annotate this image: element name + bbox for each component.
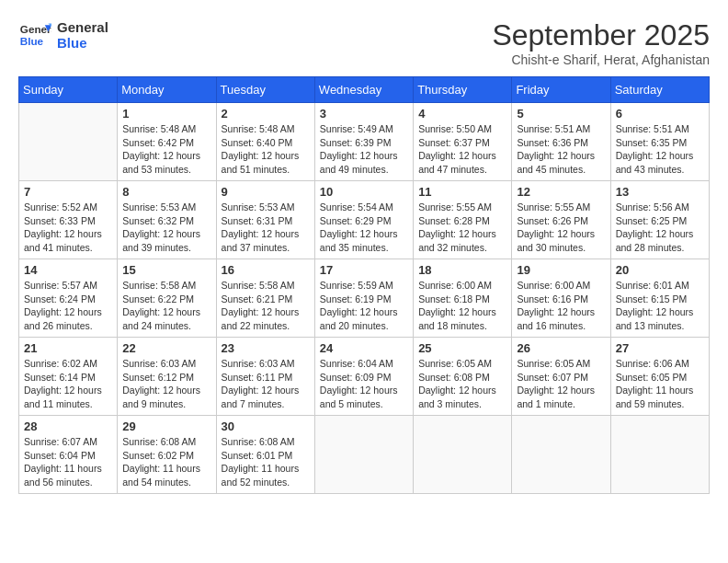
day-number: 28 bbox=[24, 419, 112, 433]
day-number: 5 bbox=[517, 107, 605, 121]
header-wednesday: Wednesday bbox=[314, 77, 413, 103]
day-info: Sunrise: 6:04 AMSunset: 6:09 PMDaylight:… bbox=[320, 357, 408, 411]
header-saturday: Saturday bbox=[610, 77, 709, 103]
day-number: 24 bbox=[320, 341, 408, 355]
day-number: 16 bbox=[222, 263, 310, 277]
day-number: 27 bbox=[616, 341, 704, 355]
day-info: Sunrise: 6:08 AMSunset: 6:02 PMDaylight:… bbox=[122, 435, 210, 489]
calendar-cell: 16Sunrise: 5:58 AMSunset: 6:21 PMDayligh… bbox=[216, 259, 314, 338]
calendar-cell: 29Sunrise: 6:08 AMSunset: 6:02 PMDayligh… bbox=[118, 416, 216, 494]
day-number: 3 bbox=[320, 107, 408, 121]
logo-line1: General bbox=[57, 19, 108, 35]
calendar-cell: 9Sunrise: 5:53 AMSunset: 6:31 PMDaylight… bbox=[216, 181, 314, 259]
logo-line2: Blue bbox=[57, 35, 108, 51]
calendar-cell: 6Sunrise: 5:51 AMSunset: 6:35 PMDaylight… bbox=[610, 103, 709, 181]
day-number: 13 bbox=[616, 185, 704, 199]
month-title: September 2025 bbox=[492, 18, 710, 52]
calendar-cell: 7Sunrise: 5:52 AMSunset: 6:33 PMDaylight… bbox=[19, 181, 118, 259]
calendar-cell: 11Sunrise: 5:55 AMSunset: 6:28 PMDayligh… bbox=[414, 181, 512, 259]
day-info: Sunrise: 5:55 AMSunset: 6:28 PMDaylight:… bbox=[418, 201, 506, 255]
day-info: Sunrise: 6:05 AMSunset: 6:08 PMDaylight:… bbox=[418, 357, 506, 411]
calendar-row: 21Sunrise: 6:02 AMSunset: 6:14 PMDayligh… bbox=[19, 338, 710, 416]
calendar-cell: 8Sunrise: 5:53 AMSunset: 6:32 PMDaylight… bbox=[118, 181, 216, 259]
calendar-cell: 12Sunrise: 5:55 AMSunset: 6:26 PMDayligh… bbox=[512, 181, 610, 259]
day-number: 8 bbox=[122, 185, 210, 199]
calendar-cell: 5Sunrise: 5:51 AMSunset: 6:36 PMDaylight… bbox=[512, 103, 610, 181]
day-number: 2 bbox=[222, 107, 310, 121]
calendar-row: 14Sunrise: 5:57 AMSunset: 6:24 PMDayligh… bbox=[19, 259, 710, 338]
day-number: 30 bbox=[222, 419, 310, 433]
day-info: Sunrise: 6:03 AMSunset: 6:12 PMDaylight:… bbox=[122, 357, 210, 411]
day-info: Sunrise: 5:57 AMSunset: 6:24 PMDaylight:… bbox=[24, 279, 112, 333]
header-friday: Friday bbox=[512, 77, 610, 103]
day-info: Sunrise: 5:53 AMSunset: 6:31 PMDaylight:… bbox=[222, 201, 310, 255]
calendar-cell bbox=[314, 416, 413, 494]
calendar-cell bbox=[19, 103, 118, 181]
day-number: 18 bbox=[418, 263, 506, 277]
day-info: Sunrise: 6:01 AMSunset: 6:15 PMDaylight:… bbox=[616, 279, 704, 333]
calendar-cell: 27Sunrise: 6:06 AMSunset: 6:05 PMDayligh… bbox=[610, 338, 709, 416]
calendar-cell: 1Sunrise: 5:48 AMSunset: 6:42 PMDaylight… bbox=[118, 103, 216, 181]
day-info: Sunrise: 6:06 AMSunset: 6:05 PMDaylight:… bbox=[616, 357, 704, 411]
day-number: 12 bbox=[517, 185, 605, 199]
calendar-cell: 14Sunrise: 5:57 AMSunset: 6:24 PMDayligh… bbox=[19, 259, 118, 338]
day-number: 1 bbox=[122, 107, 210, 121]
logo-icon: General Blue bbox=[18, 18, 51, 52]
calendar-row: 7Sunrise: 5:52 AMSunset: 6:33 PMDaylight… bbox=[19, 181, 710, 259]
calendar-cell: 18Sunrise: 6:00 AMSunset: 6:18 PMDayligh… bbox=[414, 259, 512, 338]
day-number: 21 bbox=[24, 341, 112, 355]
day-number: 10 bbox=[320, 185, 408, 199]
day-number: 20 bbox=[616, 263, 704, 277]
day-info: Sunrise: 5:54 AMSunset: 6:29 PMDaylight:… bbox=[320, 201, 408, 255]
calendar-cell: 21Sunrise: 6:02 AMSunset: 6:14 PMDayligh… bbox=[19, 338, 118, 416]
calendar-cell: 3Sunrise: 5:49 AMSunset: 6:39 PMDaylight… bbox=[314, 103, 413, 181]
calendar-cell bbox=[512, 416, 610, 494]
day-number: 22 bbox=[122, 341, 210, 355]
day-info: Sunrise: 5:51 AMSunset: 6:35 PMDaylight:… bbox=[616, 122, 704, 177]
day-info: Sunrise: 5:58 AMSunset: 6:22 PMDaylight:… bbox=[122, 279, 210, 333]
day-info: Sunrise: 6:02 AMSunset: 6:14 PMDaylight:… bbox=[24, 357, 112, 411]
calendar-cell bbox=[414, 416, 512, 494]
calendar-cell: 28Sunrise: 6:07 AMSunset: 6:04 PMDayligh… bbox=[19, 416, 118, 494]
title-section: September 2025 Chisht-e Sharif, Herat, A… bbox=[492, 18, 710, 67]
calendar-cell: 2Sunrise: 5:48 AMSunset: 6:40 PMDaylight… bbox=[216, 103, 314, 181]
calendar-row: 28Sunrise: 6:07 AMSunset: 6:04 PMDayligh… bbox=[19, 416, 710, 494]
calendar-cell: 13Sunrise: 5:56 AMSunset: 6:25 PMDayligh… bbox=[610, 181, 709, 259]
calendar-cell: 15Sunrise: 5:58 AMSunset: 6:22 PMDayligh… bbox=[118, 259, 216, 338]
page-header: General Blue General Blue September 2025… bbox=[18, 18, 710, 67]
header-tuesday: Tuesday bbox=[216, 77, 314, 103]
day-number: 9 bbox=[222, 185, 310, 199]
day-info: Sunrise: 6:08 AMSunset: 6:01 PMDaylight:… bbox=[222, 435, 310, 489]
day-info: Sunrise: 6:00 AMSunset: 6:18 PMDaylight:… bbox=[418, 279, 506, 333]
calendar-cell: 22Sunrise: 6:03 AMSunset: 6:12 PMDayligh… bbox=[118, 338, 216, 416]
day-info: Sunrise: 6:05 AMSunset: 6:07 PMDaylight:… bbox=[517, 357, 605, 411]
day-info: Sunrise: 5:58 AMSunset: 6:21 PMDaylight:… bbox=[222, 279, 310, 333]
header-monday: Monday bbox=[118, 77, 216, 103]
day-info: Sunrise: 5:56 AMSunset: 6:25 PMDaylight:… bbox=[616, 201, 704, 255]
location-subtitle: Chisht-e Sharif, Herat, Afghanistan bbox=[492, 52, 710, 67]
day-number: 23 bbox=[222, 341, 310, 355]
day-info: Sunrise: 5:59 AMSunset: 6:19 PMDaylight:… bbox=[320, 279, 408, 333]
calendar-cell: 25Sunrise: 6:05 AMSunset: 6:08 PMDayligh… bbox=[414, 338, 512, 416]
calendar-row: 1Sunrise: 5:48 AMSunset: 6:42 PMDaylight… bbox=[19, 103, 710, 181]
logo: General Blue General Blue bbox=[18, 18, 108, 52]
day-number: 11 bbox=[418, 185, 506, 199]
calendar-cell: 10Sunrise: 5:54 AMSunset: 6:29 PMDayligh… bbox=[314, 181, 413, 259]
calendar-cell: 26Sunrise: 6:05 AMSunset: 6:07 PMDayligh… bbox=[512, 338, 610, 416]
day-info: Sunrise: 5:52 AMSunset: 6:33 PMDaylight:… bbox=[24, 201, 112, 255]
day-number: 7 bbox=[24, 185, 112, 199]
calendar-table: Sunday Monday Tuesday Wednesday Thursday… bbox=[18, 76, 710, 494]
day-info: Sunrise: 5:53 AMSunset: 6:32 PMDaylight:… bbox=[122, 201, 210, 255]
day-number: 14 bbox=[24, 263, 112, 277]
day-number: 15 bbox=[122, 263, 210, 277]
day-info: Sunrise: 5:49 AMSunset: 6:39 PMDaylight:… bbox=[320, 122, 408, 177]
svg-text:Blue: Blue bbox=[20, 35, 44, 47]
day-info: Sunrise: 5:48 AMSunset: 6:40 PMDaylight:… bbox=[222, 122, 310, 177]
day-number: 29 bbox=[122, 419, 210, 433]
svg-text:General: General bbox=[20, 23, 51, 35]
day-number: 17 bbox=[320, 263, 408, 277]
calendar-cell bbox=[610, 416, 709, 494]
day-number: 26 bbox=[517, 341, 605, 355]
calendar-cell: 23Sunrise: 6:03 AMSunset: 6:11 PMDayligh… bbox=[216, 338, 314, 416]
calendar-cell: 20Sunrise: 6:01 AMSunset: 6:15 PMDayligh… bbox=[610, 259, 709, 338]
